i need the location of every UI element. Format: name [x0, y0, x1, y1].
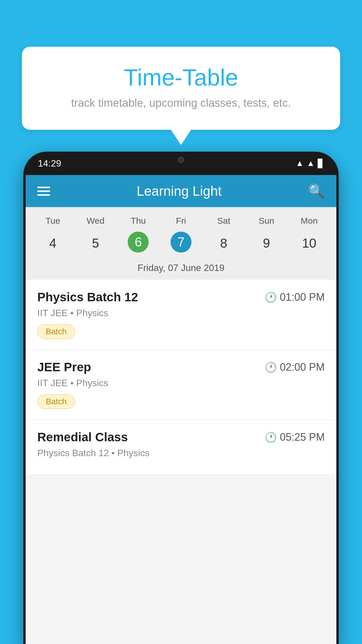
schedule-subtitle-1: IIT JEE • Physics — [37, 308, 325, 318]
search-icon[interactable]: 🔍 — [308, 183, 325, 199]
calendar-strip: Tue Wed Thu Fri Sat Sun Mon 4 5 6 7 8 9 … — [26, 207, 336, 280]
day-name-sat[interactable]: Sat — [202, 213, 245, 229]
schedule-item-1[interactable]: Physics Batch 12 🕐 01:00 PM IIT JEE • Ph… — [26, 280, 336, 350]
bubble-title: Time-Table — [39, 64, 323, 91]
phone-notch — [162, 152, 200, 168]
schedule-time-1: 🕐 01:00 PM — [265, 291, 325, 303]
phone-camera — [178, 157, 184, 163]
schedule-title-2: JEE Prep — [37, 360, 91, 374]
schedule-item-2-header: JEE Prep 🕐 02:00 PM — [37, 360, 325, 374]
schedule-list: Physics Batch 12 🕐 01:00 PM IIT JEE • Ph… — [26, 280, 336, 475]
day-name-sun[interactable]: Sun — [245, 213, 288, 229]
status-bar: 14:29 ▲ ▲ ▊ — [23, 152, 339, 175]
speech-bubble: Time-Table track timetable, upcoming cla… — [22, 47, 340, 130]
phone-screen: Learning Light 🔍 Tue Wed Thu Fri Sat Sun… — [26, 175, 336, 644]
day-name-wed[interactable]: Wed — [74, 213, 117, 229]
battery-icon: ▊ — [318, 159, 324, 168]
schedule-time-2: 🕐 02:00 PM — [265, 361, 325, 373]
clock-icon-3: 🕐 — [265, 431, 277, 443]
selected-date-label: Friday, 07 June 2019 — [26, 258, 336, 280]
day-4[interactable]: 4 — [31, 232, 74, 255]
schedule-item-3-header: Remedial Class 🕐 05:25 PM — [37, 430, 325, 444]
day-name-fri[interactable]: Fri — [160, 213, 203, 229]
bubble-subtitle: track timetable, upcoming classes, tests… — [39, 97, 323, 109]
day-6-today[interactable]: 6 — [128, 232, 149, 253]
schedule-subtitle-3: Physics Batch 12 • Physics — [37, 448, 325, 459]
app-title: Learning Light — [137, 183, 222, 199]
batch-badge-2[interactable]: Batch — [37, 394, 75, 409]
batch-badge-1[interactable]: Batch — [37, 324, 75, 339]
day-7-selected[interactable]: 7 — [171, 232, 191, 253]
schedule-title-3: Remedial Class — [37, 430, 128, 444]
day-10[interactable]: 10 — [288, 232, 331, 255]
schedule-item-2[interactable]: JEE Prep 🕐 02:00 PM IIT JEE • Physics Ba… — [26, 350, 336, 420]
schedule-title-1: Physics Batch 12 — [37, 290, 138, 304]
clock-icon-2: 🕐 — [265, 361, 277, 373]
hamburger-menu[interactable] — [37, 187, 50, 196]
clock-icon-1: 🕐 — [265, 291, 277, 303]
day-names-row: Tue Wed Thu Fri Sat Sun Mon — [26, 213, 336, 229]
wifi-icon: ▲ — [296, 159, 304, 168]
day-name-tue[interactable]: Tue — [31, 213, 74, 229]
schedule-time-value-3: 05:25 PM — [280, 431, 325, 443]
day-5[interactable]: 5 — [74, 232, 117, 255]
app-header: Learning Light 🔍 — [26, 175, 336, 207]
schedule-time-3: 🕐 05:25 PM — [265, 431, 325, 443]
day-numbers-row: 4 5 6 7 8 9 10 — [26, 229, 336, 258]
signal-icon: ▲ — [307, 159, 315, 168]
phone-frame: 14:29 ▲ ▲ ▊ Learning Light 🔍 Tue Wed — [23, 152, 339, 644]
schedule-item-1-header: Physics Batch 12 🕐 01:00 PM — [37, 290, 325, 304]
day-name-mon[interactable]: Mon — [288, 213, 331, 229]
schedule-subtitle-2: IIT JEE • Physics — [37, 378, 325, 388]
day-9[interactable]: 9 — [245, 232, 288, 255]
phone-time: 14:29 — [38, 158, 61, 169]
status-icons: ▲ ▲ ▊ — [296, 159, 324, 168]
schedule-time-value-2: 02:00 PM — [280, 361, 325, 373]
schedule-time-value-1: 01:00 PM — [280, 291, 325, 303]
day-name-thu[interactable]: Thu — [117, 213, 160, 229]
schedule-item-3[interactable]: Remedial Class 🕐 05:25 PM Physics Batch … — [26, 420, 336, 475]
day-8[interactable]: 8 — [202, 232, 245, 255]
